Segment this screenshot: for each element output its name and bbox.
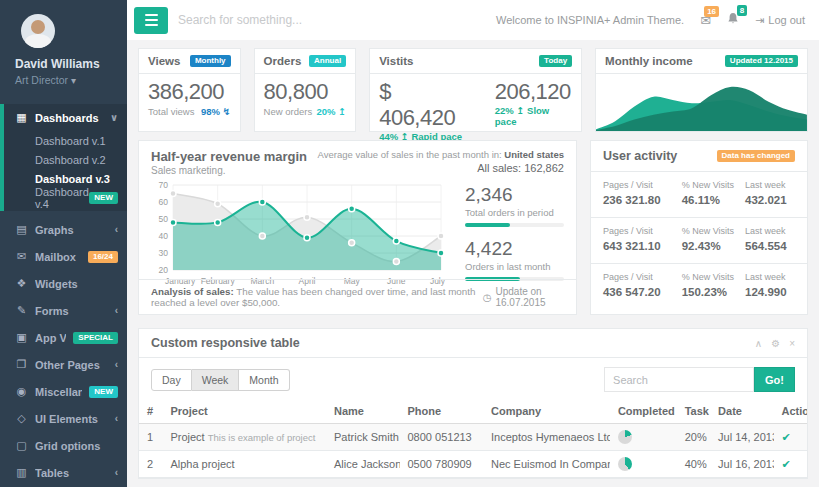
visits-col-2: 206,120 22% ↥ Slow pace <box>495 79 572 142</box>
caret-down-icon: ▾ <box>71 75 76 86</box>
bolt-icon: ↯ <box>223 106 231 117</box>
visits-value-2: 206,120 <box>495 79 572 105</box>
level-up-icon: ↥ <box>338 106 346 117</box>
data-changed-badge: Data has changed <box>717 150 795 162</box>
logout-button[interactable]: ⇥ Log out <box>755 14 805 27</box>
orders-label: New orders <box>264 106 313 117</box>
bar-chart-icon: ▤ <box>15 223 28 236</box>
menu-toggle-button[interactable] <box>134 7 168 34</box>
table-row: 2 Alpha project Alice Jackson 0500 78090… <box>139 451 807 478</box>
activity-row: Pages / Visit236 321.80 % New Visits46.1… <box>591 172 807 218</box>
go-button[interactable]: Go! <box>754 367 795 392</box>
chevron-down-icon: ∨ <box>110 112 118 123</box>
avatar[interactable] <box>21 14 55 48</box>
col-phone: Phone <box>400 399 484 424</box>
total-orders-label: Total orders in period <box>465 207 564 218</box>
notifications-button[interactable]: 8 <box>727 12 739 28</box>
sidebar-item-dashboard-v1[interactable]: Dashboard v.1 <box>4 131 127 150</box>
avatar-head <box>31 20 45 34</box>
user-activity-title: User activity <box>603 149 677 163</box>
sidebar-item-ui-elements[interactable]: ◇UI Elements‹ <box>0 405 127 432</box>
avatar-body <box>25 34 51 48</box>
svg-text:50: 50 <box>159 214 169 224</box>
svg-text:40: 40 <box>159 231 169 241</box>
updated-badge: Updated 12.2015 <box>725 55 798 67</box>
col-company: Company <box>483 399 610 424</box>
user-activity-panel: User activityData has changed Pages / Vi… <box>590 140 808 315</box>
col-task: Task <box>677 399 710 424</box>
sign-out-icon: ⇥ <box>755 14 764 27</box>
activity-row: Pages / Visit643 321.10 % New Visits92.4… <box>591 218 807 264</box>
sidebar: David Williams Art Director ▾ ▦ Dashboar… <box>0 0 127 487</box>
chevron-left-icon: ‹ <box>115 413 118 424</box>
analysis-text: Analysis of sales: The value has been ch… <box>151 286 483 308</box>
user-name: David Williams <box>15 57 127 71</box>
table-icon: ▥ <box>15 466 28 479</box>
dashboards-icon: ▦ <box>15 111 28 124</box>
messages-button[interactable]: ✉ 16 <box>700 13 711 28</box>
sidebar-item-dashboard-v4[interactable]: Dashboard v.4NEW <box>4 188 127 207</box>
main-content: ViewsMonthly 386,200 Total views98% ↯ Or… <box>127 40 819 487</box>
table-panel-title: Custom responsive table <box>151 336 300 350</box>
activity-row: Pages / Visit436 547.20 % New Visits150.… <box>591 264 807 309</box>
sidebar-item-app-views[interactable]: ▣App ViewsSPECIAL <box>0 324 127 351</box>
copy-icon: ❐ <box>15 358 28 371</box>
monthly-income-card: Monthly incomeUpdated 12.2015 <box>595 48 808 132</box>
collapse-icon[interactable]: ∧ <box>755 338 762 349</box>
profile-block: David Williams Art Director ▾ <box>0 0 127 94</box>
sidebar-item-dashboard-v2[interactable]: Dashboard v.2 <box>4 150 127 169</box>
visits-col-1: $ 406,420 44% ↥ Rapid pace <box>379 79 471 142</box>
notifications-count-badge: 8 <box>737 5 747 16</box>
table-row: 3 Betha project John Smith 0800 1111 Era… <box>139 478 807 479</box>
sidebar-item-miscellaneous[interactable]: ◉MiscellaneousNEW <box>0 378 127 405</box>
all-sales: All sales: 162,862 <box>318 162 564 174</box>
revenue-title: Half-year revenue margin <box>151 149 307 164</box>
col-name: Name <box>326 399 399 424</box>
wrench-icon[interactable]: ⚙ <box>771 338 780 349</box>
flask-icon: ◇ <box>15 412 28 425</box>
table-row: 1 Project This is example of project Pat… <box>139 424 807 451</box>
new-badge: NEW <box>89 192 118 204</box>
chevron-left-icon: ‹ <box>115 467 118 478</box>
sidebar-item-widgets[interactable]: ❖Widgets <box>0 270 127 297</box>
views-card: ViewsMonthly 386,200 Total views98% ↯ <box>138 48 241 132</box>
orders-value: 80,800 <box>264 79 347 105</box>
revenue-panel: Half-year revenue margin Sales marketing… <box>138 140 577 315</box>
check-icon[interactable]: ✔ <box>782 458 791 470</box>
sidebar-item-mailbox[interactable]: ✉Mailbox16/24 <box>0 243 127 270</box>
sidebar-nav: ▦ Dashboards ∨ Dashboard v.1 Dashboard v… <box>0 104 127 487</box>
special-badge: SPECIAL <box>73 332 118 344</box>
update-info: ◷Update on 16.07.2015 <box>483 286 564 308</box>
search-input[interactable] <box>178 13 496 27</box>
completion-pie <box>618 430 632 444</box>
desktop-icon: ▣ <box>15 331 28 344</box>
sidebar-item-tables[interactable]: ▥Tables‹ <box>0 459 127 486</box>
chevron-left-icon: ‹ <box>115 224 118 235</box>
revenue-note: Average value of sales in the past month… <box>318 149 564 160</box>
sidebar-item-graphs[interactable]: ▤Graphs‹ <box>0 216 127 243</box>
income-title: Monthly income <box>605 55 693 67</box>
sidebar-item-other-pages[interactable]: ❐Other Pages‹ <box>0 351 127 378</box>
col-num: # <box>139 399 162 424</box>
chevron-left-icon: ‹ <box>115 305 118 316</box>
visits-title: Vistits <box>379 55 413 67</box>
col-project: Project <box>162 399 326 424</box>
week-button[interactable]: Week <box>192 369 240 391</box>
last-month-orders-label: Orders in last month <box>465 261 564 272</box>
clock-icon: ◷ <box>483 292 492 303</box>
user-role-dropdown[interactable]: Art Director ▾ <box>15 74 127 86</box>
new-badge: NEW <box>89 386 118 398</box>
col-date: Date <box>710 399 773 424</box>
sidebar-item-grid-options[interactable]: ▢Grid options <box>0 432 127 459</box>
sidebar-item-forms[interactable]: ✎Forms‹ <box>0 297 127 324</box>
close-icon[interactable]: × <box>789 338 795 349</box>
views-title: Views <box>148 55 180 67</box>
table-search-input[interactable] <box>604 367 754 392</box>
globe-icon: ◉ <box>15 385 28 398</box>
top-header: Welcome to INSPINIA+ Admin Theme. ✉ 16 8… <box>127 0 819 40</box>
sidebar-item-dashboards[interactable]: ▦ Dashboards ∨ <box>4 104 127 131</box>
check-icon[interactable]: ✔ <box>782 431 791 443</box>
day-button[interactable]: Day <box>151 369 192 391</box>
month-button[interactable]: Month <box>239 369 289 391</box>
monthly-badge: Monthly <box>190 55 231 67</box>
